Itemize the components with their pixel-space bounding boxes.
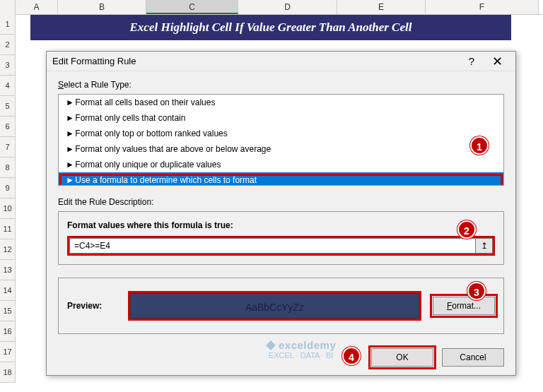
col-header-A[interactable]: A xyxy=(16,0,58,14)
dialog-titlebar[interactable]: Edit Formatting Rule ? ✕ xyxy=(47,52,515,71)
row-header[interactable]: 13 xyxy=(0,260,16,280)
preview-box: Preview: AaBbCcYyZz Format... xyxy=(58,278,504,334)
col-header-B[interactable]: B xyxy=(58,0,146,14)
arrow-icon: ► xyxy=(66,175,73,185)
row-header[interactable]: 3 xyxy=(0,55,16,76)
row-header[interactable]: 6 xyxy=(0,117,16,137)
callout-badge-2: 2 xyxy=(457,220,476,239)
row-header[interactable]: 18 xyxy=(0,362,16,383)
collapse-dialog-icon[interactable]: ↥ xyxy=(476,238,493,254)
row-header[interactable]: 1 xyxy=(0,14,16,35)
dialog-buttons: OK Cancel xyxy=(371,348,504,367)
edit-formatting-rule-dialog: Edit Formatting Rule ? ✕ Select a Rule T… xyxy=(46,51,516,376)
arrow-icon: ► xyxy=(66,97,73,107)
edit-description-label: Edit the Rule Description: xyxy=(58,197,504,207)
formula-input[interactable] xyxy=(69,238,476,254)
row-header[interactable]: 11 xyxy=(0,219,16,239)
row-header[interactable]: 9 xyxy=(0,178,16,198)
col-header-F[interactable]: F xyxy=(426,0,539,14)
cancel-button[interactable]: Cancel xyxy=(442,348,504,367)
rule-type-item[interactable]: ► Format only unique or duplicate values xyxy=(59,157,503,172)
col-header-E[interactable]: E xyxy=(337,0,426,14)
col-header-D[interactable]: D xyxy=(238,0,337,14)
row-header[interactable]: 4 xyxy=(0,76,16,96)
rule-type-item[interactable]: ► Format only top or bottom ranked value… xyxy=(59,126,503,141)
ok-button[interactable]: OK xyxy=(371,348,433,367)
row-header[interactable]: 14 xyxy=(0,280,16,301)
row-header[interactable]: 2 xyxy=(0,35,16,55)
format-button[interactable]: Format... xyxy=(433,297,495,315)
arrow-icon: ► xyxy=(66,160,73,170)
callout-badge-4: 4 xyxy=(342,347,361,365)
col-header-C[interactable]: C xyxy=(146,0,238,14)
close-icon[interactable]: ✕ xyxy=(484,52,510,71)
arrow-icon: ► xyxy=(66,144,73,154)
row-header[interactable]: 17 xyxy=(0,342,16,362)
rule-type-item-formula[interactable]: ► Use a formula to determine which cells… xyxy=(59,172,503,186)
row-header[interactable]: 15 xyxy=(0,301,16,321)
row-header[interactable]: 5 xyxy=(0,96,16,117)
callout-badge-1: 1 xyxy=(470,136,489,155)
row-header[interactable]: 7 xyxy=(0,137,16,158)
rule-type-item[interactable]: ► Format all cells based on their values xyxy=(59,95,503,110)
arrow-icon: ► xyxy=(66,113,73,123)
preview-swatch: AaBbCcYyZz xyxy=(128,291,421,321)
preview-label: Preview: xyxy=(67,301,117,311)
row-header[interactable]: 12 xyxy=(0,239,16,260)
arrow-icon: ► xyxy=(66,129,73,138)
row-header[interactable]: 8 xyxy=(0,158,16,178)
rule-type-item[interactable]: ► Format only cells that contain xyxy=(59,110,503,126)
dialog-title-text: Edit Formatting Rule xyxy=(52,56,459,66)
rule-description-box: Format values where this formula is true… xyxy=(58,211,504,265)
formula-input-row: ↥ xyxy=(67,236,495,256)
callout-badge-3: 3 xyxy=(467,282,486,300)
select-all-corner[interactable] xyxy=(0,0,16,14)
rule-type-item[interactable]: ► Format only values that are above or b… xyxy=(59,141,503,157)
row-header[interactable]: 10 xyxy=(0,198,16,219)
formula-label: Format values where this formula is true… xyxy=(67,220,495,230)
rule-type-list[interactable]: ► Format all cells based on their values… xyxy=(58,94,504,186)
row-headers: 1 2 3 4 5 6 7 8 9 10 11 12 13 14 15 16 1… xyxy=(0,14,16,383)
help-icon[interactable]: ? xyxy=(459,52,484,71)
row-header[interactable]: 16 xyxy=(0,321,16,342)
column-headers: A B C D E F xyxy=(0,0,543,15)
sheet-title: Excel Highlight Cell If Value Greater Th… xyxy=(30,15,511,40)
select-rule-type-label: Select a Rule Type: xyxy=(58,80,504,90)
